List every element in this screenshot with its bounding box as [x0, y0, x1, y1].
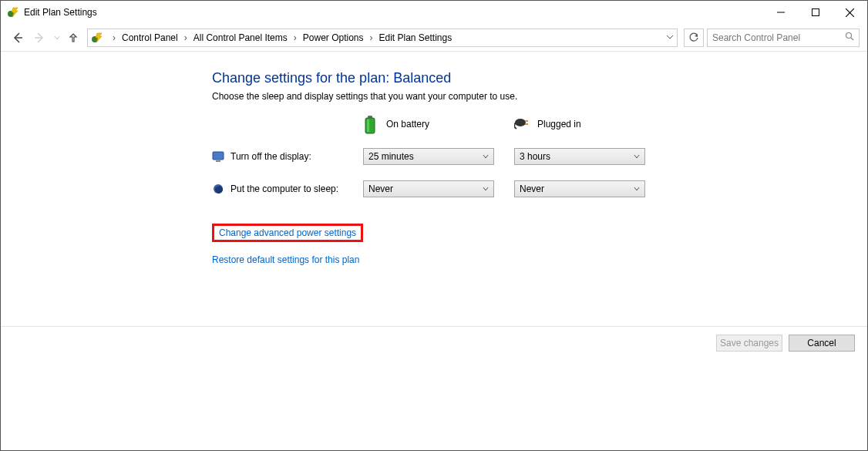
- row-label-display: Turn off the display:: [212, 150, 351, 163]
- close-button[interactable]: [833, 1, 867, 24]
- chevron-down-icon: [483, 183, 489, 194]
- back-button[interactable]: [8, 29, 27, 47]
- plan-name: Balanced: [393, 70, 451, 86]
- battery-icon: [363, 116, 380, 133]
- maximize-button[interactable]: [798, 1, 833, 24]
- power-plan-icon: [7, 6, 19, 19]
- page-heading: Change settings for the plan: Balanced: [212, 70, 867, 86]
- dropdown-sleep-plugged[interactable]: Never: [514, 180, 645, 197]
- breadcrumb-separator[interactable]: ›: [108, 32, 120, 43]
- breadcrumb-separator[interactable]: ›: [365, 32, 377, 43]
- dropdown-display-battery[interactable]: 25 minutes: [363, 148, 494, 165]
- recent-locations-dropdown[interactable]: [52, 35, 62, 41]
- dropdown-value: 25 minutes: [368, 151, 414, 162]
- display-icon: [212, 150, 224, 163]
- dropdown-sleep-battery[interactable]: Never: [363, 180, 494, 197]
- column-label-battery: On battery: [386, 119, 429, 130]
- dropdown-display-plugged[interactable]: 3 hours: [514, 148, 645, 165]
- breadcrumb-control-panel[interactable]: Control Panel: [120, 32, 180, 43]
- minimize-button[interactable]: [763, 1, 798, 24]
- search-input[interactable]: Search Control Panel: [707, 29, 860, 47]
- breadcrumb-power-options[interactable]: Power Options: [301, 32, 365, 43]
- save-button[interactable]: Save changes: [716, 335, 782, 352]
- column-header-plugged: Plugged in: [514, 116, 653, 133]
- svg-rect-14: [525, 120, 528, 122]
- sleep-icon: [212, 183, 224, 195]
- window: Edit Plan Settings: [0, 0, 868, 451]
- cancel-button[interactable]: Cancel: [789, 335, 855, 352]
- up-button[interactable]: [66, 30, 81, 45]
- forward-button[interactable]: [30, 29, 49, 47]
- settings-grid: On battery Plugged in Turn off the: [212, 116, 867, 197]
- dropdown-value: 3 hours: [520, 151, 550, 162]
- svg-point-13: [515, 119, 526, 126]
- svg-rect-11: [365, 118, 375, 133]
- search-placeholder: Search Control Panel: [712, 32, 845, 43]
- content-area: Change settings for the plan: Balanced C…: [1, 52, 867, 450]
- svg-rect-16: [213, 152, 224, 160]
- refresh-button[interactable]: [684, 29, 704, 47]
- svg-rect-17: [216, 160, 220, 162]
- svg-line-9: [851, 38, 853, 40]
- svg-rect-12: [367, 119, 369, 132]
- links-section: Change advanced power settings Restore d…: [212, 224, 867, 273]
- instruction-text: Choose the sleep and display settings th…: [212, 91, 867, 102]
- breadcrumb-separator[interactable]: ›: [289, 32, 301, 43]
- row-display-text: Turn off the display:: [230, 151, 311, 162]
- address-dropdown-icon[interactable]: [666, 32, 674, 43]
- window-controls: [763, 1, 867, 24]
- window-title: Edit Plan Settings: [24, 7, 97, 18]
- footer-buttons: Save changes Cancel: [1, 326, 867, 359]
- row-sleep-text: Put the computer to sleep:: [230, 183, 338, 194]
- breadcrumb-edit-plan[interactable]: Edit Plan Settings: [377, 32, 453, 43]
- column-header-battery: On battery: [363, 116, 502, 133]
- navbar: › Control Panel › All Control Panel Item…: [1, 24, 867, 52]
- svg-rect-2: [812, 9, 819, 16]
- power-plan-icon: [91, 32, 103, 44]
- search-icon: [845, 32, 854, 43]
- chevron-down-icon: [634, 151, 640, 162]
- titlebar: Edit Plan Settings: [1, 1, 867, 24]
- address-bar[interactable]: › Control Panel › All Control Panel Item…: [87, 29, 678, 47]
- breadcrumb-separator[interactable]: ›: [180, 32, 192, 43]
- plug-icon: [514, 116, 531, 133]
- dropdown-value: Never: [368, 183, 393, 194]
- svg-point-8: [846, 33, 852, 39]
- breadcrumb-all-items[interactable]: All Control Panel Items: [192, 32, 289, 43]
- chevron-down-icon: [634, 183, 640, 194]
- link-advanced-power-settings[interactable]: Change advanced power settings: [212, 224, 363, 242]
- dropdown-value: Never: [520, 183, 544, 194]
- link-restore-defaults[interactable]: Restore default settings for this plan: [212, 254, 359, 265]
- chevron-down-icon: [483, 151, 489, 162]
- row-label-sleep: Put the computer to sleep:: [212, 183, 351, 195]
- column-label-plugged: Plugged in: [537, 119, 581, 130]
- svg-rect-15: [525, 123, 528, 125]
- heading-prefix: Change settings for the plan:: [212, 70, 393, 86]
